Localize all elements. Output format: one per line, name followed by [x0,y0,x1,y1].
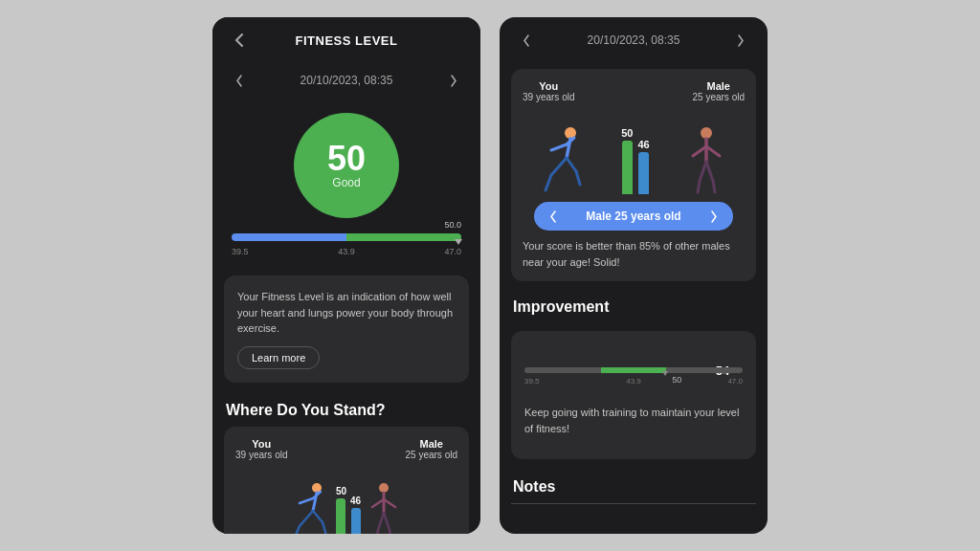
svg-line-31 [713,181,715,192]
info-card: Your Fitness Level is an indication of h… [224,276,469,383]
info-text: Your Fitness Level is an indication of h… [237,289,456,337]
comparison-labels: You 39 years old Male 25 years old [235,438,457,460]
right-you-score-bar [622,141,633,194]
svg-line-20 [551,158,567,175]
male-age: 25 years old [406,450,457,460]
score-section: 50 Good 50.0 39.5 43.9 47.0 [212,98,480,268]
standing-figure-icon [367,482,403,535]
notes-divider [511,503,756,504]
right-running-figure-icon [542,127,584,194]
improvement-card: 54 50 39.5 43.9 47.0 Keep going with tra… [511,331,756,459]
svg-line-23 [576,171,580,185]
progress-labels: 39.5 43.9 47.0 [232,247,461,256]
svg-line-26 [693,146,706,156]
right-visual-area: 50 46 [523,108,745,194]
right-you-age: 39 years old [523,92,574,102]
left-back-arrow[interactable] [228,29,251,52]
left-header: FITNESS LEVEL [212,17,480,63]
you-age: 39 years old [235,450,287,460]
right-male-label: Male [693,80,745,92]
svg-line-12 [378,513,384,530]
right-phone-screen: 20/10/2023, 08:35 You 39 years old Male … [500,17,768,534]
score-circle: 50 Good [294,113,399,218]
svg-line-13 [376,530,378,535]
selector-left-arrow-icon [549,210,557,223]
right-you-bar-score: 50 [621,127,633,139]
right-date-next[interactable] [729,29,752,52]
svg-line-4 [300,511,313,526]
right-you-label-group: You 39 years old [523,80,574,102]
improvement-heading: Improvement [500,287,768,323]
right-male-age: 25 years old [693,92,745,102]
svg-line-28 [700,162,706,181]
male-label: Male [406,438,457,450]
left-figure [290,482,330,535]
selector-pill[interactable]: Male 25 years old [534,202,733,231]
right-bars: 50 46 [621,118,650,194]
score-label: Good [332,176,360,189]
right-screen-content: You 39 years old Male 25 years old [500,63,768,534]
comparison-visual: 50 46 [235,468,457,535]
progress-bar-container: 50.0 39.5 43.9 47.0 [228,233,465,256]
comparison-card: You 39 years old Male 25 years old [224,427,469,535]
left-date-prev[interactable] [228,69,251,92]
imp-labels: 39.5 43.9 47.0 [524,377,743,386]
male-score-bar [351,508,361,535]
improvement-marker-triangle [662,371,668,376]
improvement-text: Keep going with training to maintain you… [524,405,743,436]
male-label-group: Male 25 years old [406,438,457,460]
progress-label-3: 47.0 [444,247,461,256]
right-standing-figure-icon [687,127,725,194]
svg-line-30 [706,162,713,181]
running-figure-icon [290,482,330,535]
notes-heading: Notes [500,467,768,503]
right-male-bar-score: 46 [638,139,650,150]
you-label-group: You 39 years old [235,438,287,460]
svg-line-29 [698,181,700,192]
right-you-label: You [523,80,574,92]
current-score-label: 50 [672,375,681,385]
you-label: You [235,438,287,450]
imp-label-2: 43.9 [626,377,641,386]
learn-more-button[interactable]: Learn more [237,346,320,369]
right-date-text: 20/10/2023, 08:35 [588,33,680,47]
right-male-label-group: Male 25 years old [693,80,745,102]
left-phone-screen: FITNESS LEVEL 20/10/2023, 08:35 50 Good [212,17,480,534]
svg-line-2 [300,498,313,503]
svg-line-7 [323,522,326,535]
svg-line-22 [567,158,576,171]
svg-line-10 [372,499,384,507]
imp-label-3: 47.0 [727,377,743,386]
right-date-prev[interactable] [515,29,538,52]
right-figure [367,482,403,535]
left-date-next[interactable] [442,69,465,92]
svg-point-24 [701,127,712,139]
svg-line-21 [546,175,551,190]
you-bar-score: 50 [336,486,346,496]
male-bar-score: 46 [350,496,361,506]
svg-line-6 [313,511,323,522]
right-standing-figure [687,127,725,194]
selector-text: Male 25 years old [586,209,680,223]
svg-line-11 [384,499,395,507]
right-running-figure [542,127,584,194]
right-male-score-bar [638,152,649,194]
svg-line-5 [294,526,300,535]
score-number: 50 [327,142,366,176]
svg-line-14 [384,513,390,530]
svg-line-18 [551,144,567,150]
left-screen-content: 50 Good 50.0 39.5 43.9 47.0 [212,98,480,534]
progress-value-label: 50.0 [444,220,461,230]
left-date-header: 20/10/2023, 08:35 [212,63,480,98]
right-comp-labels: You 39 years old Male 25 years old [523,80,745,102]
right-date-header: 20/10/2023, 08:35 [500,17,768,63]
left-date-text: 20/10/2023, 08:35 [301,74,393,87]
svg-line-15 [390,530,391,535]
left-screen-title: FITNESS LEVEL [296,33,398,48]
where-stand-heading: Where Do You Stand? [212,390,480,427]
you-score-bar [336,498,345,535]
right-comparison-card: You 39 years old Male 25 years old [511,69,756,281]
improvement-bar [524,367,743,373]
progress-bar-track [232,233,461,241]
progress-label-1: 39.5 [232,247,249,256]
